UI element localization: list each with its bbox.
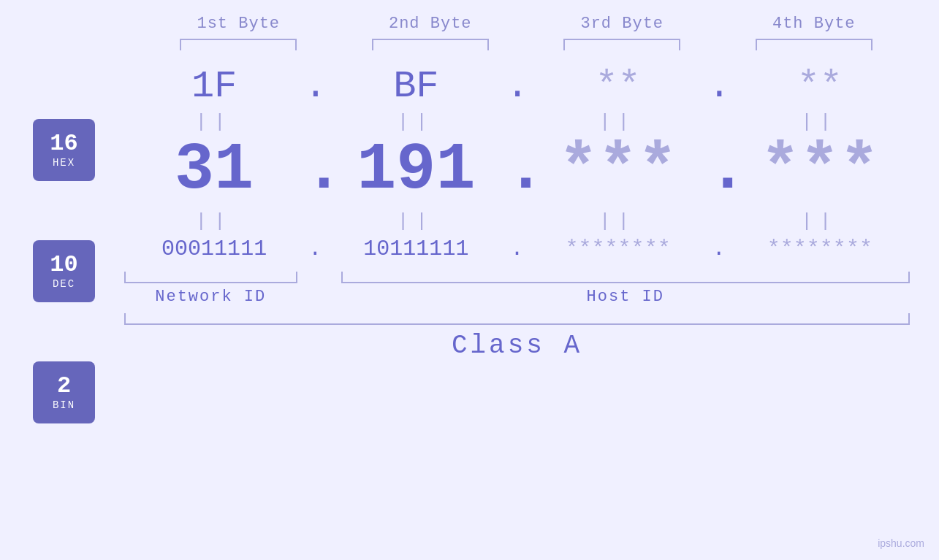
top-bracket-1 <box>180 39 297 50</box>
host-id-label: Host ID <box>341 288 911 306</box>
equals-1-1: || <box>124 111 304 133</box>
top-bracket-2 <box>372 39 489 50</box>
bin-value-1: 00011111 <box>124 237 304 261</box>
top-bracket-4 <box>756 39 873 50</box>
host-bracket <box>341 272 911 283</box>
bin-dot-1: . <box>304 237 326 261</box>
bracket-cell-1 <box>142 39 335 50</box>
class-section: Class A <box>29 313 910 361</box>
bracket-cell-3 <box>526 39 718 50</box>
bracket-cell-4 <box>718 39 911 50</box>
dec-value-2: 191 <box>326 133 506 207</box>
class-bracket <box>124 313 910 325</box>
hex-value-4: ** <box>730 65 910 108</box>
dec-value-1: 31 <box>124 133 304 207</box>
hex-badge-label: HEX <box>53 157 75 169</box>
bin-value-2: 10111111 <box>326 237 506 261</box>
badges-column: 16 HEX 10 DEC 2 BIN <box>33 106 95 437</box>
dec-badge-number: 10 <box>50 253 77 277</box>
byte-label-2: 2nd Byte <box>335 15 527 33</box>
hex-dot-1: . <box>304 65 326 108</box>
dec-badge: 10 DEC <box>33 240 95 302</box>
top-brackets <box>29 39 910 50</box>
bin-badge-number: 2 <box>57 375 71 398</box>
hex-dot-2: . <box>506 65 528 108</box>
byte-label-4: 4th Byte <box>718 15 911 33</box>
byte-label-1: 1st Byte <box>142 15 335 33</box>
dec-value-3: *** <box>528 133 708 207</box>
dec-dot-2: . <box>506 133 528 207</box>
equals-1-4: || <box>730 111 910 133</box>
bin-badge-label: BIN <box>53 399 75 411</box>
bin-badge: 2 BIN <box>33 361 95 423</box>
byte-headers: 1st Byte 2nd Byte 3rd Byte 4th Byte <box>29 15 910 33</box>
dec-dot-3: . <box>708 133 730 207</box>
hex-badge-number: 16 <box>50 132 77 156</box>
equals-1-2: || <box>326 111 506 133</box>
main-container: 1st Byte 2nd Byte 3rd Byte 4th Byte 1F .… <box>0 0 939 560</box>
dec-badge-label: DEC <box>53 278 75 290</box>
equals-2-2: || <box>326 210 506 232</box>
bin-value-4: ******** <box>730 237 910 261</box>
network-bracket <box>124 272 297 283</box>
top-bracket-3 <box>563 39 680 50</box>
bottom-brackets <box>29 272 910 283</box>
byte-label-3: 3rd Byte <box>526 15 718 33</box>
network-id-label: Network ID <box>124 288 297 306</box>
equals-2-1: || <box>124 210 304 232</box>
class-label: Class A <box>124 331 910 361</box>
bin-dot-2: . <box>506 237 528 261</box>
bracket-cell-2 <box>335 39 527 50</box>
hex-value-1: 1F <box>124 65 304 108</box>
watermark: ipshu.com <box>878 537 924 549</box>
equals-2-4: || <box>730 210 910 232</box>
hex-value-2: BF <box>326 65 506 108</box>
equals-2-3: || <box>528 210 708 232</box>
hex-value-3: ** <box>528 65 708 108</box>
bin-value-3: ******** <box>528 237 708 261</box>
equals-1-3: || <box>528 111 708 133</box>
dec-dot-1: . <box>304 133 326 207</box>
hex-badge: 16 HEX <box>33 119 95 181</box>
id-labels: Network ID Host ID <box>29 288 910 306</box>
bin-dot-3: . <box>708 237 730 261</box>
dec-value-4: *** <box>730 133 910 207</box>
hex-dot-3: . <box>708 65 730 108</box>
